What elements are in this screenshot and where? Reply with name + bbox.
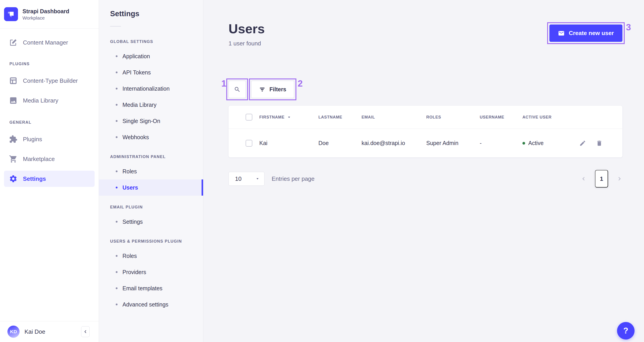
page-size-select[interactable]: 10: [228, 172, 264, 186]
annotation-label-1: 1: [221, 79, 226, 88]
subnav-item-label: Single Sign-On: [122, 118, 160, 124]
annotation-box-3: 3 Create new user: [547, 22, 625, 44]
sidebar-item-plugins[interactable]: Plugins: [0, 131, 99, 147]
sidebar-item-content-type-builder[interactable]: Content-Type Builder: [0, 73, 99, 89]
subnav-item-providers[interactable]: Providers: [99, 264, 203, 280]
row-checkbox[interactable]: [246, 140, 252, 147]
annotation-label-2: 2: [298, 79, 303, 88]
filter-icon: [259, 86, 265, 93]
column-header-lastname[interactable]: LASTNAME: [318, 115, 362, 120]
help-button[interactable]: ?: [617, 322, 634, 339]
sidebar-item-settings[interactable]: Settings: [4, 171, 94, 187]
sidebar-section-title: PLUGINS: [0, 61, 99, 68]
chevron-down-icon: [255, 177, 260, 181]
workspace-header[interactable]: Strapi Dashboard Workplace: [0, 0, 99, 29]
settings-subnav: Settings GLOBAL SETTINGS Application API…: [99, 0, 203, 342]
bullet-icon: [116, 88, 118, 90]
subnav-item-admin-roles[interactable]: Roles: [99, 163, 203, 179]
filters-label: Filters: [270, 86, 286, 93]
subnav-group-users-permissions-plugin: USERS & PERMISSIONS PLUGIN Roles Provide…: [99, 239, 203, 312]
annotation-label-3: 3: [626, 23, 631, 32]
subnav-group-title: USERS & PERMISSIONS PLUGIN: [99, 239, 203, 245]
subnav-group-title: GLOBAL SETTINGS: [99, 39, 203, 46]
search-button[interactable]: [228, 81, 246, 98]
trash-icon: [596, 140, 603, 147]
next-page-button[interactable]: [616, 176, 622, 182]
sidebar-section-plugins: PLUGINS Content-Type Builder: [0, 61, 99, 109]
subnav-item-email-settings[interactable]: Settings: [99, 214, 203, 230]
strapi-logo-icon: [4, 7, 18, 21]
page-number-button[interactable]: 1: [595, 170, 608, 188]
cell-active-user: Active: [522, 140, 578, 146]
column-header-email[interactable]: EMAIL: [362, 115, 426, 120]
column-header-firstname[interactable]: FIRSTNAME: [259, 115, 318, 120]
bullet-icon: [116, 120, 118, 122]
user-avatar[interactable]: KD: [8, 325, 20, 338]
bullet-icon: [116, 303, 118, 305]
subnav-item-api-tokens[interactable]: API Tokens: [99, 64, 203, 81]
subnav-item-admin-users[interactable]: Users: [99, 179, 203, 196]
sidebar-nav: Content Manager PLUGINS Content-Type B: [0, 29, 99, 187]
edit-user-button[interactable]: [579, 140, 586, 147]
workspace-title: Strapi Dashboard: [22, 8, 69, 15]
active-status-label: Active: [528, 140, 544, 146]
search-icon: [234, 86, 241, 93]
subnav-divider: [110, 26, 121, 27]
bullet-icon: [116, 255, 118, 257]
bullet-icon: [116, 170, 118, 172]
subnav-item-media-library[interactable]: Media Library: [99, 97, 203, 113]
subnav-item-label: Settings: [122, 219, 143, 225]
bullet-icon: [116, 287, 118, 289]
column-header-active-user[interactable]: ACTIVE USER: [522, 115, 578, 120]
annotation-box-1: 1: [226, 79, 248, 100]
subnav-item-application[interactable]: Application: [99, 48, 203, 64]
cart-icon: [9, 155, 18, 163]
sidebar-item-media-library[interactable]: Media Library: [0, 92, 99, 109]
pencil-icon: [579, 140, 586, 147]
sidebar-item-content-manager[interactable]: Content Manager: [0, 35, 99, 51]
bullet-icon: [116, 187, 118, 188]
bullet-icon: [116, 136, 118, 138]
page-size-value: 10: [235, 175, 242, 182]
bullet-icon: [116, 72, 118, 73]
content-type-builder-icon: [9, 77, 18, 85]
sidebar-item-marketplace[interactable]: Marketplace: [0, 151, 99, 167]
chevron-left-icon: [581, 176, 586, 182]
cell-roles: Super Admin: [426, 140, 480, 146]
entries-per-page-label: Entries per page: [272, 175, 314, 182]
subnav-item-label: Roles: [122, 253, 137, 259]
active-status-dot: [522, 142, 525, 145]
subnav-item-label: Webhooks: [122, 134, 149, 141]
select-all-checkbox[interactable]: [246, 114, 252, 121]
create-new-user-button[interactable]: Create new user: [550, 25, 622, 42]
delete-user-button[interactable]: [596, 140, 603, 147]
subnav-item-email-templates[interactable]: Email templates: [99, 280, 203, 296]
table-row[interactable]: Kai Doe kai.doe@strapi.io Super Admin - …: [228, 129, 622, 157]
cell-lastname: Doe: [318, 140, 362, 146]
main-sidebar: Strapi Dashboard Workplace Content Manag…: [0, 0, 99, 342]
gear-icon: [9, 174, 18, 183]
column-header-username[interactable]: USERNAME: [480, 115, 522, 120]
cell-username: -: [480, 140, 522, 146]
subnav-group-administration-panel: ADMINISTRATION PANEL Roles Users: [99, 154, 203, 196]
collapse-sidebar-button[interactable]: [81, 326, 90, 337]
column-header-roles[interactable]: ROLES: [426, 115, 480, 120]
annotation-box-2: 2 Filters: [249, 79, 296, 100]
bullet-icon: [116, 55, 118, 57]
subnav-item-up-roles[interactable]: Roles: [99, 248, 203, 264]
filters-button[interactable]: Filters: [251, 81, 294, 98]
content-manager-icon: [9, 38, 18, 47]
previous-page-button[interactable]: [581, 176, 586, 182]
row-actions: [578, 140, 622, 147]
sidebar-section-general: GENERAL Plugins: [0, 120, 99, 187]
subnav-item-single-sign-on[interactable]: Single Sign-On: [99, 113, 203, 129]
subnav-item-webhooks[interactable]: Webhooks: [99, 129, 203, 145]
subnav-item-advanced-settings[interactable]: Advanced settings: [99, 296, 203, 312]
user-count: 1 user found: [228, 40, 265, 47]
table-header-row: FIRSTNAME LASTNAME EMAIL ROLES USERNAME …: [228, 106, 622, 129]
strapi-admin-app: Strapi Dashboard Workplace Content Manag…: [0, 0, 644, 342]
subnav-item-label: Providers: [122, 269, 146, 275]
bullet-icon: [116, 104, 118, 106]
subnav-item-label: Users: [122, 184, 138, 191]
subnav-item-internationalization[interactable]: Internationalization: [99, 81, 203, 97]
